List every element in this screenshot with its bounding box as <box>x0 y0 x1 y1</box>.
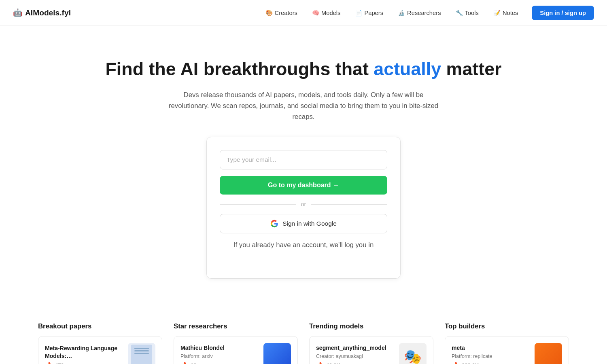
google-icon <box>270 220 278 228</box>
model-card-1[interactable]: segment_anything_model Creator: ayumuaka… <box>309 336 433 364</box>
paper-card-1-left: Meta-Rewarding Language Models:… 🔥 470 <box>45 345 124 364</box>
divider-text: or <box>301 201 306 207</box>
email-input[interactable] <box>220 150 387 169</box>
logo[interactable]: 🤖 AIModels.fyi <box>13 8 71 17</box>
researcher-card-1-thumb <box>263 343 291 364</box>
builder-card-1-name: meta <box>452 344 531 352</box>
nav-models[interactable]: 🧠 Models <box>306 6 346 20</box>
builder-card-1-left: meta Platform: replicate 🔥 338.0K <box>452 344 531 364</box>
fire-icon-5: 🔥 <box>316 362 324 364</box>
paper-card-1-stat: 🔥 470 <box>45 362 124 364</box>
nav-tools[interactable]: 🔧 Tools <box>450 6 484 20</box>
researcher-card-1[interactable]: Mathieu Blondel Platform: arxiv 🔥 10 <box>174 336 298 364</box>
builder-card-1-stat: 🔥 338.0K <box>452 362 531 364</box>
fire-icon-7: 🔥 <box>452 362 460 364</box>
headline-start: Find the AI breakthroughs that <box>105 59 374 79</box>
signin-button[interactable]: Sign in / sign up <box>532 6 594 20</box>
models-icon: 🧠 <box>312 9 319 17</box>
builder-card-1-thumb <box>535 343 562 364</box>
researcher-card-1-name: Mathieu Blondel <box>180 344 259 352</box>
nav-models-label: Models <box>321 10 340 16</box>
papers-icon: 📄 <box>355 9 362 17</box>
creators-icon: 🎨 <box>265 9 273 17</box>
hero-headline: Find the AI breakthroughs that actually … <box>10 58 597 80</box>
star-researchers-section: Star researchers Mathieu Blondel Platfor… <box>174 322 298 364</box>
paper-card-1-thumb <box>128 343 155 364</box>
model-card-1-name: segment_anything_model <box>316 344 395 352</box>
hero-subtext: Devs release thousands of AI papers, mod… <box>166 90 441 123</box>
nav-papers-label: Papers <box>364 10 383 16</box>
login-hint: If you already have an account, we'll lo… <box>233 240 374 251</box>
top-builders-section: Top builders meta Platform: replicate 🔥 … <box>445 322 569 364</box>
top-builders-title: Top builders <box>445 322 569 330</box>
fire-icon-1: 🔥 <box>45 362 53 364</box>
dashboard-button[interactable]: Go to my dashboard → <box>220 176 387 195</box>
breakout-papers-title: Breakout papers <box>38 322 162 330</box>
nav-links: 🎨 Creators 🧠 Models 📄 Papers 🔬 Researche… <box>260 6 594 20</box>
builder-card-1[interactable]: meta Platform: replicate 🔥 338.0K <box>445 336 569 364</box>
logo-text: AIModels.fyi <box>25 8 71 17</box>
nav-researchers[interactable]: 🔬 Researchers <box>392 6 446 20</box>
tools-icon: 🔧 <box>456 9 463 17</box>
nav-creators[interactable]: 🎨 Creators <box>260 6 303 20</box>
nav-papers[interactable]: 📄 Papers <box>349 6 389 20</box>
signup-card: Go to my dashboard → or Sign in with Goo… <box>206 137 401 279</box>
researchers-icon: 🔬 <box>398 9 405 17</box>
breakout-papers-section: Breakout papers Meta-Rewarding Language … <box>38 322 162 364</box>
notes-icon: 📝 <box>493 9 501 17</box>
divider: or <box>220 201 387 207</box>
star-researchers-title: Star researchers <box>174 322 298 330</box>
logo-icon: 🤖 <box>13 8 23 17</box>
fire-icon-3: 🔥 <box>180 362 189 364</box>
nav-notes-label: Notes <box>503 10 518 16</box>
paper-card-1[interactable]: Meta-Rewarding Language Models:… 🔥 470 <box>38 336 162 364</box>
paper-card-1-name: Meta-Rewarding Language Models:… <box>45 345 124 360</box>
model-card-1-creator: Creator: ayumuakagi <box>316 353 395 359</box>
nav-tools-label: Tools <box>465 10 479 16</box>
google-signin-button[interactable]: Sign in with Google <box>220 214 387 233</box>
trending-models-title: Trending models <box>309 322 433 330</box>
builder-card-1-platform: Platform: replicate <box>452 353 531 359</box>
model-card-1-stat: 🔥 46.0K <box>316 362 395 364</box>
navbar: 🤖 AIModels.fyi 🎨 Creators 🧠 Models 📄 Pap… <box>0 0 607 26</box>
google-btn-label: Sign in with Google <box>282 220 337 227</box>
model-card-1-thumb: 🎭 <box>399 343 427 364</box>
bottom-sections: Breakout papers Meta-Rewarding Language … <box>28 322 579 364</box>
headline-accent: actually <box>374 59 441 79</box>
researcher-card-1-platform: Platform: arxiv <box>180 353 259 359</box>
nav-notes[interactable]: 📝 Notes <box>488 6 524 20</box>
trending-models-section: Trending models segment_anything_model C… <box>309 322 433 364</box>
hero-section: Find the AI breakthroughs that actually … <box>0 26 607 303</box>
researcher-card-1-stat: 🔥 10 <box>180 362 259 364</box>
nav-researchers-label: Researchers <box>407 10 441 16</box>
nav-creators-label: Creators <box>275 10 297 16</box>
headline-end: matter <box>441 59 501 79</box>
model-card-1-left: segment_anything_model Creator: ayumuaka… <box>316 344 395 364</box>
researcher-card-1-left: Mathieu Blondel Platform: arxiv 🔥 10 <box>180 344 259 364</box>
